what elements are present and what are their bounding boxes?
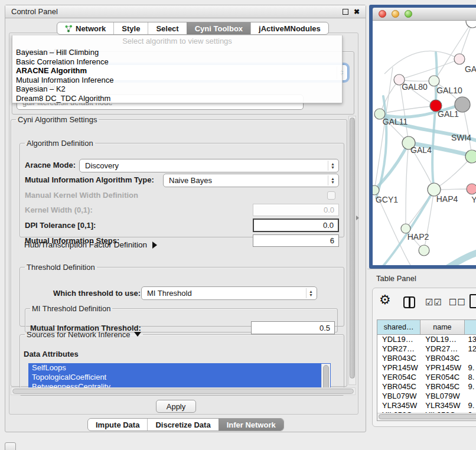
network-node[interactable] <box>373 185 379 195</box>
table-cell[interactable]: YDR27… <box>420 344 464 354</box>
zoom-traffic-light-icon[interactable] <box>405 10 412 18</box>
network-edge <box>432 53 436 190</box>
table-row[interactable]: YER054CYER054C8. <box>377 373 476 382</box>
which-threshold-combobox[interactable]: MI Threshold ▲▼ <box>141 286 317 300</box>
scrollbar-thumb[interactable] <box>379 414 476 419</box>
network-node[interactable] <box>454 54 465 64</box>
splitter-handle-icon[interactable] <box>356 216 359 220</box>
table-cell[interactable]: YER054C <box>420 373 464 382</box>
table-cell[interactable]: YLR345W <box>377 401 420 410</box>
cyni-settings-group-title: Cyni Algorithm Settings <box>16 115 99 124</box>
sources-group-label: Sources for Network Inference <box>27 330 131 339</box>
table-cell[interactable]: YBR045C <box>420 382 464 392</box>
table-horizontal-scrollbar[interactable] <box>377 413 476 420</box>
table-cell[interactable]: YDR27… <box>377 344 420 354</box>
cyni-algorithm-settings-group: Cyni Algorithm Settings Algorithm Defini… <box>11 115 347 387</box>
aracne-mode-combobox[interactable]: Discovery ▲▼ <box>79 159 339 172</box>
algorithm-option[interactable]: Basic Correlation Inference <box>12 57 342 67</box>
node-table: shared… name A YDL19…YDL19…13YDR27…YDR27… <box>377 319 476 421</box>
aracne-mode-label: Aracne Mode: <box>25 161 76 169</box>
column-header-name[interactable]: name <box>420 320 464 334</box>
table-row[interactable]: YBL079WYBL079W <box>377 392 476 401</box>
deselect-all-icon[interactable]: ☐☐ <box>449 297 466 308</box>
table-cell[interactable]: YER054C <box>377 373 420 382</box>
table-row[interactable]: YPR145WYPR145W9. <box>377 363 476 373</box>
table-cell[interactable] <box>465 354 476 363</box>
algorithm-option[interactable]: Mutual Information Inference <box>12 76 342 85</box>
sources-group-title[interactable]: Sources for Network Inference <box>25 330 143 339</box>
kernel-width-label: Kernel Width (0,1): <box>25 206 93 214</box>
table-row[interactable]: YBR043CYBR043C <box>377 354 476 363</box>
table-cell[interactable]: YBL079W <box>420 392 464 401</box>
close-traffic-light-icon[interactable] <box>379 10 386 18</box>
attribute-item-selected[interactable]: SelfLoops <box>28 363 331 373</box>
network-node[interactable] <box>429 76 439 86</box>
algorithm-option[interactable]: Dream8 DC_TDC Algorithm <box>12 94 342 103</box>
tab-select[interactable]: Select <box>148 22 186 34</box>
table-cell[interactable]: YDL19… <box>420 335 464 344</box>
column-header-shared-name[interactable]: shared… <box>377 320 420 334</box>
apply-button[interactable]: Apply <box>156 400 196 413</box>
table-cell[interactable]: 12 <box>465 344 476 354</box>
close-window-icon[interactable]: ✖ <box>354 9 360 15</box>
table-row[interactable]: YLR345WYLR345W9. <box>377 401 476 410</box>
split-view-icon[interactable] <box>403 296 415 308</box>
table-cell[interactable]: YBR043C <box>420 354 464 363</box>
table-cell[interactable]: 9. <box>465 363 476 373</box>
table-row[interactable]: YDL19…YDL19…13 <box>377 335 476 344</box>
table-cell[interactable]: YBR043C <box>377 354 420 363</box>
scrollbar-thumb[interactable] <box>12 389 354 394</box>
hub-definition-toggle[interactable]: Hub/Transcription Factor Definition <box>24 240 157 249</box>
table-cell[interactable]: YBR045C <box>377 382 420 392</box>
table-cell[interactable]: 8. <box>465 373 476 382</box>
expand-right-icon <box>152 242 157 249</box>
table-cell[interactable]: YLR345W <box>420 401 464 410</box>
tab-discretize-data[interactable]: Discretize Data <box>147 419 218 431</box>
network-node[interactable] <box>467 184 476 194</box>
tab-style[interactable]: Style <box>113 22 148 34</box>
scrollbar-thumb[interactable] <box>350 118 355 379</box>
mi-threshold-group: MI Threshold Definition Mutual Informati… <box>25 304 338 332</box>
table-cell[interactable]: YPR145W <box>377 363 420 373</box>
attribute-item-selected[interactable]: TopologicalCoefficient <box>28 373 331 382</box>
minimize-traffic-light-icon[interactable] <box>392 10 399 18</box>
table-cell[interactable]: 9. <box>465 382 476 392</box>
tab-infer-network[interactable]: Infer Network <box>219 419 283 431</box>
manual-kernel-checkbox[interactable] <box>327 191 335 200</box>
tab-network[interactable]: Network <box>57 22 113 34</box>
table-cell[interactable]: 9. <box>465 401 476 410</box>
gear-icon[interactable]: ⚙ <box>379 293 391 307</box>
settings-vertical-scrollbar[interactable] <box>348 116 356 385</box>
table-cell[interactable]: YPR145W <box>420 363 464 373</box>
table-cell[interactable] <box>465 392 476 401</box>
network-node[interactable] <box>466 21 476 28</box>
document-icon[interactable] <box>470 294 476 308</box>
network-node[interactable] <box>419 245 429 256</box>
table-row[interactable]: YBR045CYBR045C9. <box>377 382 476 392</box>
table-cell[interactable]: 13 <box>465 335 476 344</box>
table-cell[interactable]: YBL079W <box>377 392 420 401</box>
mi-steps-field[interactable]: 6 <box>253 234 339 247</box>
algorithm-option[interactable]: Bayesian – Hill Climbing <box>12 48 342 57</box>
table-row[interactable]: YDR27…YDR27…12 <box>377 344 476 354</box>
algorithm-option[interactable]: Bayesian – K2 <box>12 84 342 94</box>
network-canvas[interactable]: GALGAL80GAL10GAL1GAL11SWI4GAL4GCY1HAP4YH… <box>373 21 476 265</box>
tab-jactivemnodules[interactable]: jActiveMNodules <box>250 22 328 34</box>
float-window-icon[interactable] <box>343 9 348 15</box>
settings-horizontal-scrollbar[interactable] <box>11 387 356 395</box>
network-node[interactable] <box>465 150 476 163</box>
kernel-width-field[interactable]: 0.0 <box>253 204 339 216</box>
network-view-window: GALGAL80GAL10GAL1GAL11SWI4GAL4GCY1HAP4YH… <box>369 5 476 269</box>
collapsed-panel-icon[interactable] <box>5 442 16 450</box>
mi-type-combobox[interactable]: Naive Bayes ▲▼ <box>163 174 339 187</box>
network-window-titlebar[interactable] <box>373 8 476 21</box>
tab-impute-data[interactable]: Impute Data <box>88 419 147 431</box>
tab-cyni-toolbox[interactable]: Cyni Toolbox <box>187 22 250 34</box>
dpi-tolerance-field[interactable]: 0.0 <box>253 219 339 232</box>
select-all-icon[interactable]: ☑☑ <box>425 297 442 308</box>
algorithm-option-selected[interactable]: ARACNE Algorithm <box>12 66 342 76</box>
cyni-mode-tabbar: Impute Data Discretize Data Infer Networ… <box>87 418 284 431</box>
column-header-partial[interactable]: A <box>465 320 476 334</box>
table-cell[interactable]: YDL19… <box>377 335 420 344</box>
network-node-label: HAP2 <box>407 232 429 242</box>
